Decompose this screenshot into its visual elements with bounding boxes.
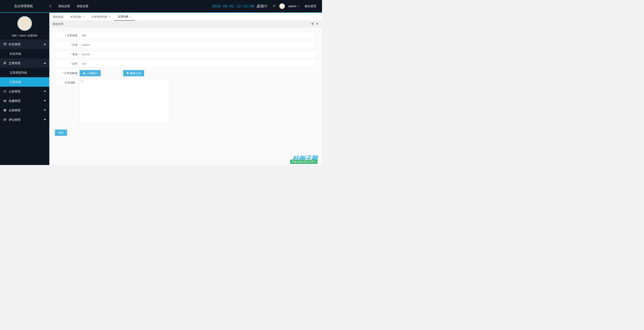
- svg-rect-27: [81, 81, 84, 83]
- source-input[interactable]: [80, 51, 316, 58]
- welcome-text: 你好！admin, 欢迎回来: [0, 34, 49, 37]
- main: 我的桌面 栏目列表✕ 文章类型列表✕ 文章列表✕ 添加文章 *文章标题: [49, 13, 322, 165]
- svg-point-9: [6, 43, 6, 44]
- arrow-up-icon: [44, 63, 46, 64]
- author-input[interactable]: [80, 41, 316, 49]
- arrow-down-icon: [44, 110, 46, 111]
- logo: 后台管理系统: [0, 4, 47, 8]
- sidebar-item-article-list[interactable]: 文章列表: [0, 77, 49, 87]
- tabs: 我的桌面 栏目列表✕ 文章类型列表✕ 文章列表✕: [49, 13, 322, 21]
- arrow-down-icon: [44, 100, 46, 101]
- front-link[interactable]: 前台首页: [305, 4, 316, 8]
- svg-rect-20: [4, 119, 6, 120]
- username: admin: [288, 5, 296, 8]
- svg-rect-19: [5, 110, 6, 111]
- sort-input[interactable]: [80, 60, 316, 67]
- svg-rect-17: [5, 109, 6, 110]
- nav-group-category[interactable]: 分类管理: [0, 105, 49, 115]
- panel-header: 添加文章: [49, 21, 322, 27]
- chat-icon[interactable]: [273, 4, 276, 8]
- close-icon[interactable]: ✕: [82, 15, 84, 18]
- tab-column-list[interactable]: 栏目列表✕: [67, 13, 88, 21]
- arrow-down-icon: [44, 119, 46, 120]
- thumb-preview: [80, 79, 169, 124]
- user-block: 你好！admin, 欢迎回来: [0, 13, 49, 40]
- svg-rect-16: [4, 109, 5, 110]
- close-icon[interactable]: ✕: [130, 15, 132, 18]
- nav-group-notice[interactable]: 公告管理: [0, 87, 49, 96]
- close-icon[interactable]: ✕: [109, 15, 111, 18]
- close-icon[interactable]: [316, 22, 319, 26]
- top-menu-system[interactable]: 系统设置: [77, 4, 88, 8]
- nav-group-article[interactable]: 文章管理: [0, 58, 49, 68]
- svg-rect-23: [312, 23, 313, 24]
- menu-toggle-icon[interactable]: [47, 5, 54, 8]
- svg-rect-7: [4, 43, 6, 45]
- nav-group-carousel[interactable]: 轮播管理: [0, 96, 49, 105]
- watermark-logo: 好例子网: [292, 154, 318, 163]
- arrow-down-icon: [44, 91, 46, 92]
- label-sort: *排序: [55, 60, 80, 67]
- svg-point-4: [274, 6, 274, 6]
- svg-rect-18: [4, 110, 5, 111]
- title-input[interactable]: [80, 32, 316, 39]
- label-author: *作者: [55, 41, 80, 49]
- svg-rect-24: [312, 23, 314, 25]
- sidebar: 你好！admin, 欢迎回来 栏目管理 栏目列表 文章管理 文章类型列表 文章列…: [0, 13, 49, 165]
- sidebar-item-article-type[interactable]: 文章类型列表: [0, 68, 49, 77]
- watermark-sub: 开发实例分享交流平台: [290, 159, 318, 164]
- upload-button[interactable]: 上传图片: [80, 70, 101, 76]
- label-thumb: *文章缩略图: [55, 70, 80, 77]
- sidebar-item-column-list[interactable]: 栏目列表: [0, 49, 49, 58]
- form-area: *文章标题 *作者 *来源 *排序 *文章缩略图: [49, 27, 322, 165]
- user-dropdown[interactable]: admin: [288, 5, 299, 8]
- panel-title: 添加文章: [53, 22, 64, 26]
- header: 后台管理系统 基础设置 系统设置 2020-08-01 15:32:00 星期六…: [0, 0, 322, 12]
- nav-group-comment[interactable]: 评论管理: [0, 115, 49, 124]
- maximize-icon[interactable]: [311, 22, 314, 26]
- caret-down-icon: [297, 6, 299, 7]
- label-preview: 文章缩略...: [55, 79, 80, 86]
- label-title: *文章标题: [55, 32, 80, 39]
- svg-point-28: [82, 81, 82, 81]
- arrow-up-icon: [44, 44, 46, 45]
- tab-desktop[interactable]: 我的桌面: [49, 13, 67, 21]
- avatar-small[interactable]: [280, 3, 285, 9]
- top-menu: 基础设置 系统设置: [58, 4, 88, 8]
- top-menu-basic[interactable]: 基础设置: [58, 4, 70, 8]
- nav-group-column[interactable]: 栏目管理: [0, 40, 49, 49]
- svg-point-5: [274, 6, 274, 6]
- tab-article-type[interactable]: 文章类型列表✕: [88, 13, 114, 21]
- revoke-button[interactable]: 撤销上传: [123, 70, 144, 76]
- tab-article-list[interactable]: 文章列表✕: [114, 13, 136, 21]
- svg-point-6: [275, 6, 275, 6]
- label-source: *来源: [55, 51, 80, 58]
- weekday: 星期六: [256, 4, 267, 9]
- avatar-big[interactable]: [18, 16, 32, 31]
- datetime-display: 2020-08-01 15:32:00 星期六: [212, 4, 267, 9]
- datetime: 2020-08-01 15:32:00: [212, 4, 254, 9]
- save-button[interactable]: 保存: [55, 129, 67, 136]
- broken-image-icon: [81, 80, 84, 83]
